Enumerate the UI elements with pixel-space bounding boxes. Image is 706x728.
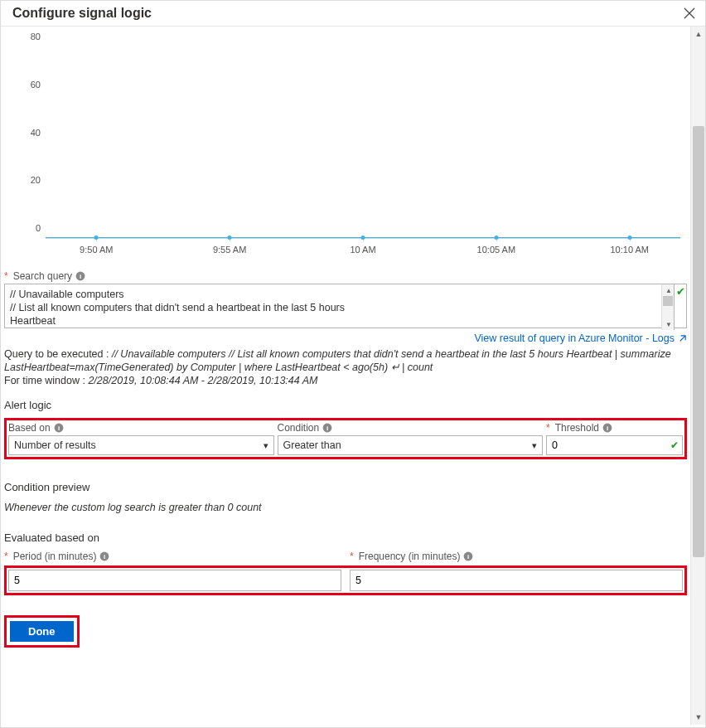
condition-preview-text: Whenever the custom log search is greate…	[4, 502, 687, 513]
scroll-thumb[interactable]	[663, 296, 673, 306]
close-button[interactable]	[684, 7, 695, 19]
info-icon[interactable]: i	[99, 551, 109, 561]
chart-datapoint	[94, 235, 99, 240]
condition-column: Condition i Greater than ▾	[278, 422, 544, 455]
info-icon[interactable]: i	[75, 271, 85, 281]
x-tick-label: 10:05 AM	[477, 245, 515, 255]
search-query-field-wrap: ▲ ▼ ✔	[4, 284, 687, 331]
based-on-select[interactable]: Number of results ▾	[8, 435, 274, 455]
panel-scrollbar[interactable]: ▲ ▼	[690, 27, 705, 725]
scroll-area: 0204060809:50 AM9:55 AM10 AM10:05 AM10:1…	[1, 27, 690, 725]
x-tick-label: 10 AM	[350, 245, 375, 255]
x-tick-label: 10:10 AM	[610, 245, 648, 255]
condition-select[interactable]: Greater than ▾	[278, 435, 544, 455]
y-tick-label: 80	[17, 32, 41, 41]
configure-signal-logic-panel: Configure signal logic 0204060809:50 AM9…	[0, 0, 706, 728]
chevron-down-icon: ▾	[264, 440, 268, 451]
condition-label-text: Condition	[278, 422, 320, 434]
threshold-column: * Threshold i ✔	[546, 422, 683, 455]
frequency-label: * Frequency (in minutes) i	[350, 551, 687, 562]
period-column	[8, 570, 341, 591]
svg-text:i: i	[104, 553, 105, 561]
y-tick-label: 0	[17, 223, 41, 233]
search-query-label: * Search query i	[4, 270, 687, 282]
threshold-input[interactable]	[546, 435, 683, 455]
done-button[interactable]: Done	[10, 621, 74, 642]
frequency-label-text: Frequency (in minutes)	[359, 551, 461, 562]
link-row: View result of query in Azure Monitor - …	[4, 332, 687, 344]
svg-text:i: i	[607, 425, 608, 432]
y-tick-label: 60	[17, 80, 41, 90]
condition-value: Greater than	[283, 439, 341, 451]
info-icon[interactable]: i	[322, 423, 332, 433]
done-button-wrap: Done	[4, 615, 80, 648]
chart-datapoint	[494, 235, 498, 240]
based-on-label-text: Based on	[8, 422, 51, 434]
based-on-value: Number of results	[14, 439, 96, 451]
alert-logic-row: Based on i Number of results ▾ Condition…	[4, 418, 687, 459]
info-icon[interactable]: i	[54, 423, 64, 433]
x-tick-label: 9:50 AM	[80, 245, 113, 255]
threshold-label: * Threshold i	[546, 422, 683, 434]
based-on-label: Based on i	[8, 422, 274, 434]
chevron-down-icon: ▾	[532, 440, 537, 451]
exec-prefix: Query to be executed :	[4, 348, 112, 360]
required-marker: *	[4, 270, 8, 282]
chart-datapoint	[228, 235, 232, 240]
svg-text:i: i	[80, 273, 81, 280]
period-label-text: Period (in minutes)	[13, 551, 97, 562]
frequency-input[interactable]	[350, 570, 683, 591]
link-text: View result of query in Azure Monitor - …	[474, 332, 675, 344]
evaluated-heading: Evaluated based on	[4, 531, 687, 544]
svg-text:i: i	[58, 425, 60, 432]
checkmark-icon: ✔	[670, 439, 679, 451]
results-chart: 0204060809:50 AM9:55 AM10 AM10:05 AM10:1…	[4, 32, 687, 264]
y-tick-label: 40	[17, 128, 41, 138]
info-icon[interactable]: i	[463, 551, 473, 561]
required-marker: *	[350, 551, 354, 562]
evaluated-labels-row: * Period (in minutes) i * Frequency (in …	[4, 551, 687, 564]
chart-datapoint	[627, 235, 631, 240]
query-execution-summary: Query to be executed : // Unavailable co…	[4, 347, 685, 387]
exec-time-window: 2/28/2019, 10:08:44 AM - 2/28/2019, 10:1…	[88, 375, 317, 386]
condition-preview: Condition preview Whenever the custom lo…	[4, 481, 687, 513]
panel-body: 0204060809:50 AM9:55 AM10 AM10:05 AM10:1…	[1, 27, 705, 725]
scroll-down-icon[interactable]: ▼	[691, 710, 706, 725]
alert-logic-heading: Alert logic	[4, 399, 687, 411]
info-icon[interactable]: i	[602, 423, 612, 433]
close-icon	[684, 7, 695, 19]
period-label: * Period (in minutes) i	[4, 551, 341, 562]
condition-label: Condition i	[278, 422, 544, 434]
scroll-up-icon[interactable]: ▲	[691, 27, 706, 41]
page-title: Configure signal logic	[12, 6, 152, 21]
view-in-azure-monitor-link[interactable]: View result of query in Azure Monitor - …	[474, 332, 687, 344]
checkmark-icon: ✔	[676, 285, 685, 298]
y-tick-label: 20	[17, 175, 41, 185]
threshold-field-wrap: ✔	[546, 435, 683, 455]
frequency-column	[350, 570, 683, 591]
threshold-label-text: Threshold	[555, 422, 599, 434]
exec-time-prefix: For time window :	[4, 375, 88, 386]
scroll-thumb[interactable]	[693, 126, 704, 557]
based-on-column: Based on i Number of results ▾	[8, 422, 274, 455]
evaluated-row	[4, 565, 687, 595]
period-input[interactable]	[8, 570, 341, 591]
required-marker: *	[4, 551, 8, 562]
search-query-input[interactable]	[4, 284, 687, 328]
condition-preview-title: Condition preview	[4, 481, 687, 493]
chart-datapoint	[361, 235, 365, 240]
panel-header: Configure signal logic	[1, 1, 705, 27]
external-link-icon	[678, 334, 687, 343]
required-marker: *	[546, 422, 550, 434]
svg-text:i: i	[467, 553, 469, 561]
chart-area: 0204060809:50 AM9:55 AM10 AM10:05 AM10:1…	[46, 46, 680, 239]
svg-text:i: i	[326, 425, 328, 432]
x-tick-label: 9:55 AM	[213, 245, 246, 255]
query-scrollbar[interactable]: ▲ ▼	[661, 284, 675, 330]
scroll-up-icon[interactable]: ▲	[662, 284, 675, 296]
search-query-label-text: Search query	[13, 270, 72, 282]
scroll-down-icon[interactable]: ▼	[662, 318, 675, 330]
